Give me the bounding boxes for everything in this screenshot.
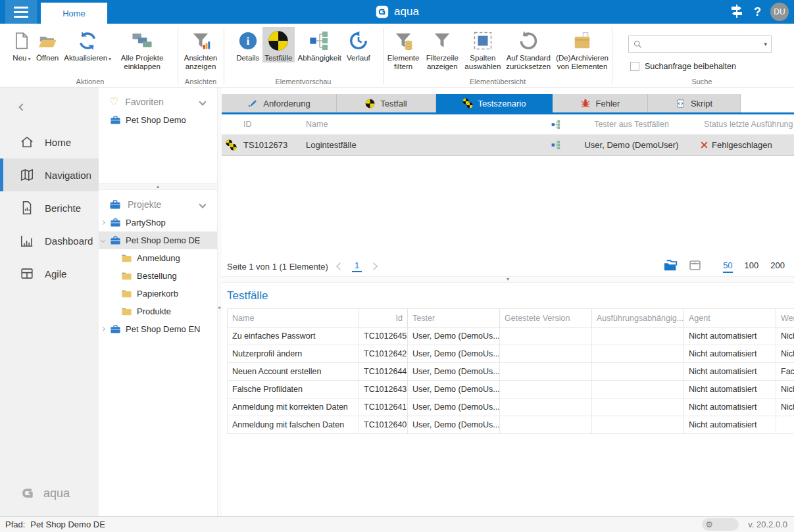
abhaengigkeit-button[interactable]: Abhängigkeit <box>296 27 344 62</box>
dearchivieren-button[interactable]: (De)Archivieren von Elementen <box>554 27 610 71</box>
expander-collapsed-icon[interactable] <box>101 327 105 331</box>
page-size-100[interactable]: 100 <box>745 260 759 273</box>
sidebar-item-home[interactable]: Home <box>0 126 99 158</box>
chevron-down-icon[interactable] <box>199 98 206 105</box>
tab-testfall[interactable]: Testfall <box>337 94 436 112</box>
kebab-menu-icon[interactable]: ⋮ <box>194 235 203 245</box>
dependency-icon <box>309 29 330 53</box>
table-row-testszenario[interactable]: TS1012673 Logintestfälle User, Demo (Dem… <box>222 135 794 156</box>
bar-chart-icon <box>20 233 34 248</box>
search-box: ▾ <box>628 36 772 53</box>
next-page-icon[interactable] <box>370 262 377 270</box>
table-row[interactable]: Zu einfaches PasswortTC1012645User, Demo… <box>228 327 794 345</box>
page-number[interactable]: 1 <box>352 260 362 272</box>
expander-expanded-icon[interactable] <box>101 238 105 243</box>
project-item-pet-shop-demo-en[interactable]: Pet Shop Demo EN <box>99 320 217 338</box>
tab-testszenario[interactable]: Testszenario <box>436 94 553 112</box>
sidebar-item-agile[interactable]: Agile <box>0 257 99 290</box>
favorite-item-pet-shop-demo[interactable]: Pet Shop Demo <box>99 111 217 129</box>
grid-col-name[interactable]: Name <box>303 120 546 129</box>
archive-tray-icon[interactable] <box>688 258 702 274</box>
user-avatar[interactable]: DU <box>770 3 789 21</box>
col-tester[interactable]: Tester <box>408 309 500 327</box>
testcase-id-link[interactable]: TC1012643 <box>359 381 408 399</box>
search-icon <box>633 39 643 49</box>
tab-fehler[interactable]: Fehler <box>553 94 648 112</box>
status-badge: Fehlgeschlagen <box>712 140 772 150</box>
col-id[interactable]: Id <box>359 309 408 327</box>
grid-col-dependency[interactable] <box>546 120 566 130</box>
settings-gear-toggle[interactable]: ⚙ <box>702 518 739 531</box>
search-input[interactable] <box>645 39 761 49</box>
svg-text:i: i <box>246 34 249 47</box>
briefcase-icon <box>110 217 121 228</box>
tab-skript[interactable]: Skript <box>648 94 741 112</box>
grid-col-id[interactable]: ID <box>240 120 303 129</box>
filterzeile-anzeigen-button[interactable]: Filterzeile anzeigen <box>423 27 461 71</box>
hamburger-menu-icon[interactable] <box>5 0 37 24</box>
dependency-icon[interactable] <box>546 140 566 150</box>
project-item-pet-shop-demo-de[interactable]: Pet Shop Demo DE ⋮ <box>99 231 217 249</box>
page-size-200[interactable]: 200 <box>770 260 785 273</box>
auf-standard-zuruecksetzen-button[interactable]: Auf Standard zurücksetzen <box>504 27 553 71</box>
grid-col-status[interactable]: Status letzte Ausführung <box>697 120 794 129</box>
ribbon: Neu▾ Öffnen Aktualisieren▾ Alle Projekte… <box>0 24 794 87</box>
favorites-header[interactable]: ♡ Favoriten <box>99 93 217 111</box>
sidebar-item-navigation[interactable]: Navigation <box>0 158 99 191</box>
folder-item-bestellung[interactable]: Bestellung <box>99 267 217 285</box>
alle-projekte-einklappen-button[interactable]: Alle Projekte einklappen <box>114 27 170 71</box>
tree-splitter[interactable]: ▴ <box>99 183 217 190</box>
folder-item-produkte[interactable]: Produkte <box>99 302 217 320</box>
testfaelle-button[interactable]: Testfälle <box>262 27 294 62</box>
help-icon[interactable]: ? <box>754 5 761 19</box>
sidebar-item-dashboard[interactable]: Dashboard <box>0 224 99 257</box>
col-abhaengigkeit[interactable]: Ausführungsabhängig... <box>592 309 684 327</box>
testcase-id-link[interactable]: TC1012641 <box>359 399 408 416</box>
aqua-footer-logo: aqua <box>18 485 70 502</box>
aktualisieren-button[interactable]: Aktualisieren▾ <box>62 27 113 71</box>
tab-anforderung[interactable]: Anforderung <box>222 94 337 112</box>
table-row[interactable]: Falsche ProfildatenTC1012643User, Demo (… <box>228 381 794 399</box>
testcase-id-link[interactable]: TC1012640 <box>359 416 408 434</box>
ribbon-group-ansichten: Ansichten anzeigen Ansichten <box>179 24 222 87</box>
briefcase-icon <box>109 199 121 210</box>
ansichten-anzeigen-button[interactable]: Ansichten anzeigen <box>180 27 222 71</box>
keep-search-checkbox[interactable] <box>630 62 639 71</box>
col-wer[interactable]: Wer <box>776 309 794 327</box>
elemente-filtern-button[interactable]: Elemente filtern <box>385 27 422 71</box>
ribbon-tab-home[interactable]: Home <box>41 3 107 24</box>
page-size-50[interactable]: 50 <box>723 260 732 273</box>
table-row[interactable]: Anmeldung mit korrekten DatenTC1012641Us… <box>228 399 794 416</box>
table-row[interactable]: Neuen Account erstellenTC1012644User, De… <box>228 363 794 381</box>
sidebar-item-berichte[interactable]: Berichte <box>0 191 99 224</box>
project-item-partyshop[interactable]: PartyShop <box>99 214 217 231</box>
col-version[interactable]: Getestete Version <box>500 309 592 327</box>
grid-col-tester[interactable]: Tester aus Testfällen <box>566 120 697 129</box>
details-button[interactable]: i Details <box>234 27 261 62</box>
col-name[interactable]: Name <box>228 309 359 327</box>
copy-folders-icon[interactable] <box>663 258 679 275</box>
search-dropdown-caret-icon[interactable]: ▾ <box>764 41 767 47</box>
projects-header[interactable]: Projekte <box>99 195 217 214</box>
verlauf-button[interactable]: Verlauf <box>345 27 372 62</box>
briefcase-icon <box>110 114 121 126</box>
prev-page-icon[interactable] <box>336 262 343 270</box>
folder-item-papierkorb[interactable]: Papierkorb <box>99 285 217 302</box>
panel-splitter[interactable]: ◂ <box>217 87 222 516</box>
spalten-auswaehlen-button[interactable]: Spalten auswählen <box>462 27 503 71</box>
version-label: v. 20.2.0.0 <box>748 520 787 529</box>
neu-button[interactable]: Neu▾ <box>11 27 33 71</box>
testcase-id-link[interactable]: TC1012644 <box>359 363 408 381</box>
expander-collapsed-icon[interactable] <box>101 220 105 225</box>
table-row[interactable]: Anmeldung mit falschen DatenTC1012640Use… <box>228 416 794 434</box>
testcase-id-link[interactable]: TC1012645 <box>359 327 408 345</box>
folder-item-anmeldung[interactable]: Anmeldung <box>99 249 217 267</box>
sidebar-collapse-icon[interactable] <box>20 102 25 112</box>
signpost-icon[interactable] <box>729 3 745 21</box>
table-row[interactable]: Nutzerprofil ändernTC1012642User, Demo (… <box>228 345 794 363</box>
chevron-down-icon[interactable] <box>199 201 206 208</box>
horizontal-splitter[interactable]: ▾ <box>222 276 794 283</box>
oeffnen-button[interactable]: Öffnen <box>34 27 61 71</box>
col-agent[interactable]: Agent <box>684 309 776 327</box>
testcase-id-link[interactable]: TC1012642 <box>359 345 408 363</box>
